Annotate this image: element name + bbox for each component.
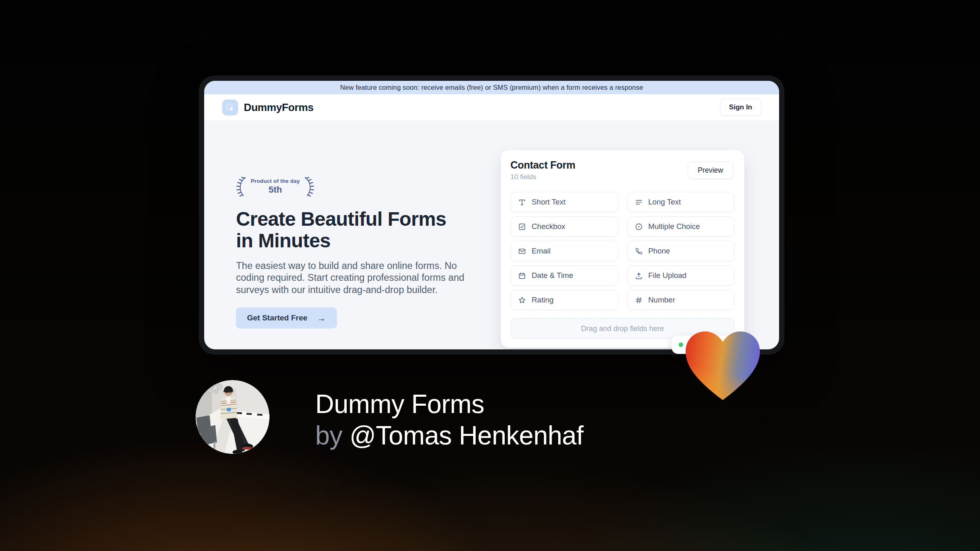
field-checkbox[interactable]: Checkbox [510, 216, 618, 237]
field-long-text[interactable]: Long Text [627, 192, 735, 212]
browser-window: New feature coming soon: receive emails … [199, 76, 784, 355]
caption-author: @Tomas Henkenhaf [350, 421, 584, 450]
field-multiple-choice[interactable]: Multiple Choice [627, 216, 735, 237]
field-phone[interactable]: Phone [627, 241, 735, 261]
heart-icon [682, 329, 763, 403]
dummyforms-logo[interactable] [222, 100, 238, 116]
caption-title: Dummy Forms [315, 389, 584, 420]
dashed-select-cursor-icon [225, 103, 235, 112]
field-short-text[interactable]: Short Text [510, 192, 618, 212]
radio-icon [635, 222, 643, 231]
calendar-icon [518, 271, 526, 280]
get-started-label: Get Started Free [247, 313, 307, 322]
byline-caption: Dummy Forms by @Tomas Henkenhaf [315, 389, 584, 452]
site-header: DummyForms Sign In [204, 94, 779, 120]
hero-left-column: Product of the day 5th [236, 175, 477, 329]
award-line1: Product of the day [251, 178, 300, 184]
field-palette: Short Text Long Text [510, 192, 735, 310]
text-icon [518, 198, 526, 207]
phone-icon [635, 247, 643, 256]
hero-title: Create Beautiful Forms in Minutes [236, 209, 465, 252]
field-file-upload[interactable]: File Upload [627, 265, 735, 286]
align-left-icon [635, 198, 643, 207]
announcement-banner: New feature coming soon: receive emails … [204, 81, 779, 94]
field-rating[interactable]: Rating [510, 290, 618, 310]
hash-icon [635, 296, 643, 304]
author-avatar [196, 380, 270, 454]
caption-author-line: by @Tomas Henkenhaf [315, 420, 584, 451]
award-rank: 5th [251, 184, 300, 195]
product-of-the-day-badge: Product of the day 5th [235, 175, 315, 198]
card-header: Contact Form 10 fields Preview [510, 159, 735, 181]
caption-by: by [315, 421, 343, 450]
hero-description: The easiest way to build and share onlin… [236, 260, 476, 296]
hero-section: Product of the day 5th [204, 120, 779, 349]
drop-zone-label: Drag and drop fields here [581, 324, 664, 333]
form-builder-card: Contact Form 10 fields Preview Short Tex… [501, 150, 744, 348]
brand-name: DummyForms [244, 101, 314, 114]
upload-icon [635, 271, 643, 280]
award-text: Product of the day 5th [249, 178, 301, 195]
field-number[interactable]: Number [627, 290, 735, 310]
envelope-icon [518, 247, 526, 256]
star-icon [518, 296, 526, 304]
preview-button[interactable]: Preview [688, 162, 733, 179]
promo-canvas: New feature coming soon: receive emails … [0, 0, 980, 551]
app-screen: New feature coming soon: receive emails … [204, 81, 779, 349]
checkbox-icon [518, 222, 526, 231]
arrow-right-icon: → [317, 314, 326, 322]
laurel-left-icon [235, 175, 247, 198]
sign-in-button[interactable]: Sign In [720, 99, 761, 116]
field-date-time[interactable]: Date & Time [510, 265, 618, 286]
announcement-text: New feature coming soon: receive emails … [340, 84, 643, 91]
laurel-right-icon [303, 175, 315, 198]
field-email[interactable]: Email [510, 241, 618, 261]
get-started-button[interactable]: Get Started Free → [236, 307, 337, 329]
